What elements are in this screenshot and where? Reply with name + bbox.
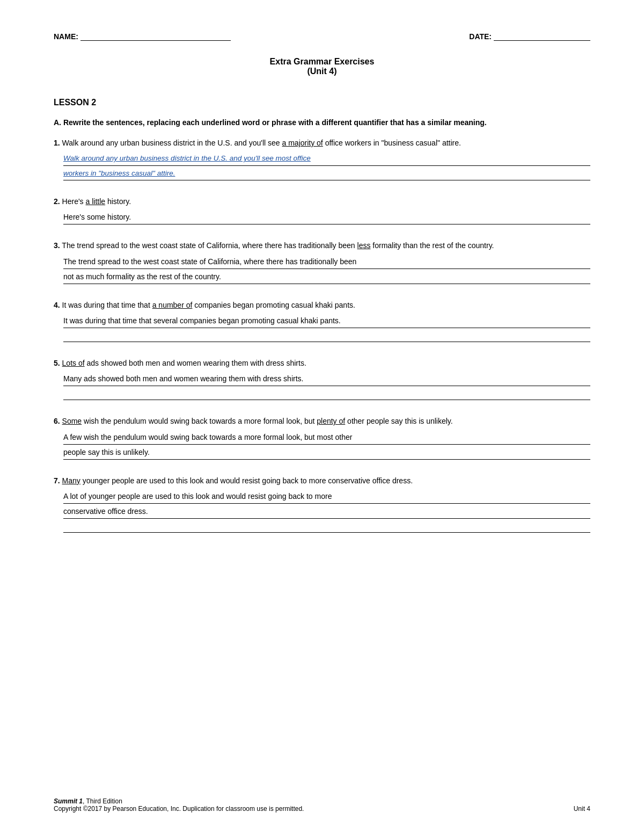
answer-section-1: Walk around any urban business district … bbox=[54, 153, 590, 180]
name-line bbox=[80, 40, 231, 41]
underlined-phrase: a majority of bbox=[282, 139, 323, 147]
question-2-text: 2. Here's a little history. bbox=[54, 195, 590, 207]
answer-line: A few wish the pendulum would swing back… bbox=[63, 432, 590, 445]
blank-line bbox=[63, 521, 590, 533]
exercise-list: 1. Walk around any urban business distri… bbox=[54, 137, 590, 533]
question-6-text: 6. Some wish the pendulum would swing ba… bbox=[54, 415, 590, 427]
book-title: Summit 1 bbox=[54, 797, 83, 805]
question-number: 7. bbox=[54, 476, 60, 485]
list-item: 3. The trend spread to the west coast st… bbox=[54, 240, 590, 284]
answer-section-4: It was during that time that several com… bbox=[54, 315, 590, 342]
date-line bbox=[494, 40, 590, 41]
answer-section-2: Here's some history. bbox=[54, 212, 590, 224]
underlined-phrase: less bbox=[357, 241, 371, 250]
blank-line bbox=[63, 388, 590, 400]
list-item: 7. Many younger people are used to this … bbox=[54, 475, 590, 533]
underlined-phrase: a little bbox=[85, 197, 105, 206]
name-label: NAME: bbox=[54, 32, 78, 41]
underlined-phrase: Some bbox=[62, 417, 82, 425]
title-block: Extra Grammar Exercises (Unit 4) bbox=[54, 57, 590, 76]
date-field: DATE: bbox=[469, 32, 590, 41]
edition: , Third Edition bbox=[83, 797, 122, 805]
footer-right: Unit 4 bbox=[574, 805, 590, 813]
underlined-phrase: Many bbox=[62, 476, 80, 485]
underlined-phrase: Lots of bbox=[62, 359, 85, 367]
question-number: 2. bbox=[54, 197, 60, 206]
question-number: 4. bbox=[54, 301, 60, 309]
unit-label: Unit 4 bbox=[574, 805, 590, 813]
answer-line: people say this is unlikely. bbox=[63, 447, 590, 460]
header-row: NAME: DATE: bbox=[54, 32, 590, 41]
answer-line: Here's some history. bbox=[63, 212, 590, 224]
question-4-text: 4. It was during that time that a number… bbox=[54, 299, 590, 311]
question-7-text: 7. Many younger people are used to this … bbox=[54, 475, 590, 487]
answer-section-6: A few wish the pendulum would swing back… bbox=[54, 432, 590, 460]
list-item: 5. Lots of ads showed both men and women… bbox=[54, 357, 590, 400]
answer-line: conservative office dress. bbox=[63, 506, 590, 519]
underlined-phrase: a number of bbox=[152, 301, 193, 309]
question-number: 3. bbox=[54, 241, 60, 250]
list-item: 6. Some wish the pendulum would swing ba… bbox=[54, 415, 590, 459]
answer-line: It was during that time that several com… bbox=[63, 315, 590, 328]
question-number: 1. bbox=[54, 139, 60, 147]
list-item: 4. It was during that time that a number… bbox=[54, 299, 590, 342]
answer-section-5: Many ads showed both men and women weari… bbox=[54, 373, 590, 400]
date-label: DATE: bbox=[469, 32, 492, 41]
answer-line: Many ads showed both men and women weari… bbox=[63, 373, 590, 386]
lesson-heading: LESSON 2 bbox=[54, 98, 590, 107]
list-item: 2. Here's a little history. Here's some … bbox=[54, 195, 590, 224]
question-3-text: 3. The trend spread to the west coast st… bbox=[54, 240, 590, 251]
answer-line: Walk around any urban business district … bbox=[63, 153, 590, 165]
footer-left: Summit 1, Third Edition Copyright ©2017 … bbox=[54, 797, 304, 813]
blank-line bbox=[63, 330, 590, 342]
answer-section-3: The trend spread to the west coast state… bbox=[54, 256, 590, 284]
question-number: 5. bbox=[54, 359, 60, 367]
section-a-instruction: A. Rewrite the sentences, replacing each… bbox=[54, 117, 590, 128]
footer: Summit 1, Third Edition Copyright ©2017 … bbox=[54, 797, 590, 813]
answer-section-7: A lot of younger people are used to this… bbox=[54, 491, 590, 533]
answer-line: The trend spread to the west coast state… bbox=[63, 256, 590, 269]
question-1-text: 1. Walk around any urban business distri… bbox=[54, 137, 590, 149]
name-field: NAME: bbox=[54, 32, 231, 41]
list-item: 1. Walk around any urban business distri… bbox=[54, 137, 590, 180]
underlined-phrase-2: plenty of bbox=[317, 417, 345, 425]
main-title: Extra Grammar Exercises bbox=[54, 57, 590, 67]
answer-line: workers in "business casual" attire. bbox=[63, 168, 590, 180]
answer-line: not as much formality as the rest of the… bbox=[63, 271, 590, 284]
question-number: 6. bbox=[54, 417, 60, 425]
sub-title: (Unit 4) bbox=[54, 67, 590, 76]
answer-line: A lot of younger people are used to this… bbox=[63, 491, 590, 504]
copyright: Copyright ©2017 by Pearson Education, In… bbox=[54, 805, 304, 813]
question-5-text: 5. Lots of ads showed both men and women… bbox=[54, 357, 590, 369]
